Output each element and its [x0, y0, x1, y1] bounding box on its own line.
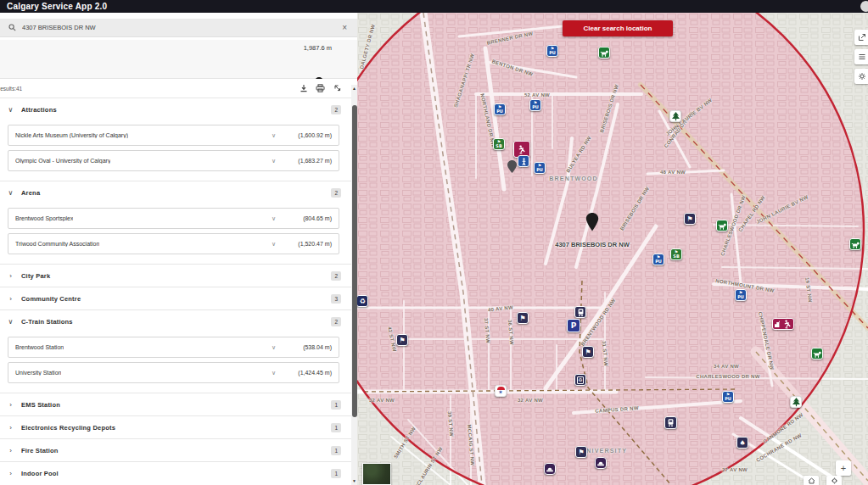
chevron-down-icon[interactable]: ∨	[268, 215, 279, 222]
playground-marker[interactable]: ⚑PU	[529, 99, 541, 111]
street-label: 32 AV NW	[369, 398, 395, 403]
search-input[interactable]	[22, 24, 340, 31]
sports-complex-marker[interactable]	[772, 318, 794, 330]
attraction-marker[interactable]	[595, 457, 607, 469]
locate-button[interactable]	[826, 476, 842, 485]
result-item[interactable]: University Station∨(1,424.45 m)	[8, 362, 339, 383]
park-tree-marker[interactable]	[790, 396, 802, 408]
home-button[interactable]	[804, 476, 819, 485]
school-marker[interactable]: ⚑	[684, 213, 696, 225]
ems-station-marker[interactable]: ✶	[495, 385, 507, 397]
section-fire-station[interactable]: ›Fire Station1	[0, 438, 351, 461]
print-icon[interactable]	[316, 84, 325, 93]
results-toolbar: results:41	[0, 79, 357, 98]
cluster-pin-marker[interactable]	[507, 160, 518, 173]
app-header: Calgary Service App 2.0	[0, 0, 868, 13]
result-item-distance: (804.65 m)	[279, 215, 332, 221]
recycling-depot-marker[interactable]: ♻	[357, 295, 368, 307]
ctrain-station-marker[interactable]	[664, 416, 677, 429]
chevron-right-icon: ›	[5, 295, 16, 303]
map-canvas[interactable]: DALGETY DR NWSHAGANAPPI TR NWBRENNER DR …	[357, 13, 868, 485]
section-community-centre[interactable]: ›Community Centre3	[0, 287, 351, 309]
parking-marker[interactable]: P	[567, 319, 580, 332]
community-centre-marker[interactable]	[518, 155, 529, 167]
share-icon	[858, 33, 866, 42]
expand-icon[interactable]	[333, 84, 342, 93]
result-item-distance: (1,600.92 m)	[279, 132, 332, 138]
scroll-up-icon[interactable]: ▲	[351, 85, 357, 92]
sb-flag-marker[interactable]: ⚑SB	[670, 248, 682, 260]
chevron-down-icon[interactable]: ∨	[268, 370, 279, 376]
playground-marker[interactable]: ⚑PU	[735, 289, 747, 301]
dog-off-leash-marker[interactable]	[716, 220, 728, 231]
street-label: CHARLESWOOD DR NW	[696, 374, 759, 379]
section-count-badge: 2	[331, 188, 341, 198]
playground-marker[interactable]: ⚑PU	[546, 45, 558, 57]
results-count: results:41	[0, 86, 22, 92]
playground-marker[interactable]: ⚑PU	[534, 162, 546, 174]
download-icon[interactable]	[299, 84, 308, 93]
locate-icon	[831, 477, 838, 484]
chevron-right-icon: ›	[5, 424, 16, 432]
section-city-park[interactable]: ›City Park2	[0, 264, 351, 287]
section-label: Attractions	[21, 106, 57, 114]
result-item-name: Triwood Community Association	[15, 241, 99, 247]
section-label: Fire Station	[21, 447, 59, 454]
sb-flag-marker[interactable]: ⚑SB	[493, 138, 505, 150]
chevron-down-icon[interactable]: ∨	[268, 132, 279, 139]
city-park-marker[interactable]: ♠	[736, 437, 748, 449]
chevron-down-icon[interactable]: ∨	[268, 158, 279, 164]
park-tree-marker[interactable]	[669, 110, 681, 122]
playground-marker[interactable]: ⚑PU	[652, 254, 664, 265]
school-marker[interactable]: ⚑	[575, 446, 587, 458]
search-location-pin[interactable]	[585, 213, 599, 231]
map-roads	[357, 13, 868, 485]
dog-off-leash-marker[interactable]	[849, 238, 861, 250]
section-label: EMS Station	[21, 401, 60, 409]
avatar[interactable]	[860, 1, 868, 12]
electronics-recycling-marker[interactable]: ♻	[574, 374, 586, 386]
chevron-down-icon[interactable]: ∨	[268, 241, 279, 248]
chevron-down-icon[interactable]: ∨	[268, 344, 279, 351]
attraction-marker[interactable]	[544, 463, 556, 475]
section-count-badge: 1	[331, 446, 341, 455]
ctrain-station-marker[interactable]	[574, 306, 586, 318]
section-c-train-stations[interactable]: ∨C-Train Stations2	[0, 309, 351, 332]
layers-button[interactable]	[854, 49, 868, 64]
school-marker[interactable]: ⚑	[396, 334, 408, 346]
search-clear-icon[interactable]: ×	[340, 24, 349, 32]
scroll-down-icon[interactable]: ▼	[351, 477, 357, 485]
school-marker[interactable]: ⚑	[582, 346, 594, 358]
section-electronics-recycling-depots[interactable]: ›Electronics Recycling Depots1	[0, 415, 351, 438]
scrollbar-thumb[interactable]	[352, 105, 357, 417]
school-marker[interactable]: ⚑	[517, 312, 529, 324]
result-item-distance: (1,683.27 m)	[279, 158, 332, 164]
clear-search-location-button[interactable]: Clear search location	[563, 20, 673, 36]
dog-off-leash-marker[interactable]	[811, 348, 823, 360]
result-item[interactable]: Brentwood Sportsplex∨(804.65 m)	[8, 208, 339, 229]
results-sidebar: × 1,987.6 m 2,000 results:41 ∨Attraction…	[0, 13, 357, 485]
section-ems-station[interactable]: ›EMS Station1	[0, 393, 351, 415]
basemap-toggle[interactable]	[362, 463, 391, 485]
zoom-in-button[interactable]: +	[836, 460, 851, 476]
result-item[interactable]: Nickle Arts Museum (University of Calgar…	[8, 125, 339, 146]
radius-value: 1,987.6 m	[304, 44, 332, 52]
chevron-right-icon: ›	[5, 401, 16, 409]
result-item-name: Nickle Arts Museum (University of Calgar…	[15, 132, 128, 138]
result-item[interactable]: Brentwood Station∨(538.04 m)	[8, 337, 339, 358]
chevron-down-icon: ∨	[5, 318, 16, 326]
dog-off-leash-marker[interactable]	[598, 47, 610, 59]
sidebar-scrollbar[interactable]: ▲ ▼	[351, 85, 357, 485]
playground-marker[interactable]: ⚑PU	[494, 103, 506, 115]
share-map-button[interactable]	[854, 30, 868, 45]
section-label: Arena	[21, 189, 40, 197]
result-item-name: Olympic Oval - University of Calgary	[15, 158, 110, 164]
playground-marker[interactable]: ⚑PU	[722, 391, 734, 403]
section-count-badge: 2	[331, 271, 341, 281]
section-indoor-pool[interactable]: ›Indoor Pool1	[0, 461, 351, 484]
result-item[interactable]: Olympic Oval - University of Calgary∨(1,…	[8, 150, 339, 171]
section-arena[interactable]: ∨Arena2	[0, 181, 351, 203]
settings-button[interactable]	[854, 69, 868, 84]
result-item[interactable]: Triwood Community Association∨(1,520.47 …	[8, 233, 339, 254]
section-attractions[interactable]: ∨Attractions2	[0, 98, 351, 120]
